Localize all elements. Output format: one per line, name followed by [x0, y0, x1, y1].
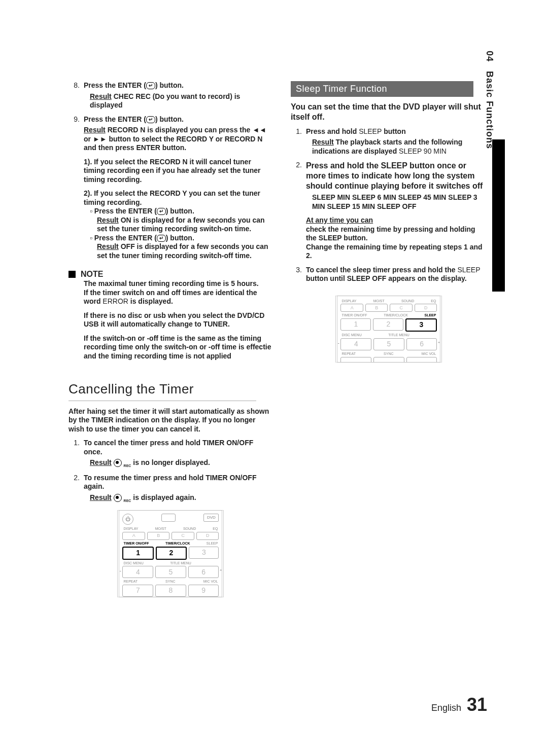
- eject-button: [161, 514, 176, 522]
- remote-btn-2-hl: 2: [156, 547, 187, 560]
- step-9-bullet-a: ▫ Press the ENTER (↵) button.: [90, 207, 273, 216]
- remote-btn-3-hl: 3: [405, 318, 437, 332]
- enter-icon: ↵: [146, 116, 155, 123]
- cancel-intro: After haing set the timer it will start …: [68, 407, 273, 434]
- cancel-step-1: 1. To cancel the timer press and hold TI…: [68, 439, 273, 456]
- step-9-text: Press the ENTER (↵) button.: [84, 115, 184, 124]
- sleep-step-3: 3. To cancel the sleep timer press and h…: [291, 266, 487, 283]
- step-8-num: 8.: [68, 81, 80, 90]
- sleep-section-title: Sleep Timer Function: [291, 81, 473, 97]
- sleep-step-1: 1. Press and hold SLEEP button: [291, 127, 487, 136]
- footer-pagenum: 31: [467, 694, 487, 715]
- side-tab-num: 04: [485, 51, 495, 62]
- footer-lang: English: [431, 703, 461, 713]
- remote-illustration-cancel: ⏻ DVD DISPLAY MO/ST SOUND EQ A B C D: [117, 510, 224, 597]
- note-heading: NOTE: [68, 269, 273, 279]
- cancel-step-2-result: Result REC is displayed again.: [90, 493, 273, 503]
- rec-icon: [114, 459, 122, 467]
- step-9-num: 9.: [68, 115, 80, 124]
- enter-icon: ↵: [157, 208, 166, 215]
- remote-illustration-sleep: DISPLAY MO/ST SOUND EQ A B C D TIMER ON/…: [335, 296, 442, 363]
- cancel-step-2: 2. To resume the timer press and hold TI…: [68, 474, 273, 491]
- enter-icon: ↵: [146, 82, 155, 89]
- page-footer: English 31: [431, 694, 487, 715]
- step-9: 9. Press the ENTER (↵) button.: [68, 115, 273, 124]
- step-9-sub2: 2). If you select the RECORD Y you can s…: [84, 189, 273, 207]
- cancel-step-1-result: Result REC is no longer displayed.: [90, 458, 273, 469]
- right-column: Sleep Timer Function You can set the tim…: [291, 81, 487, 597]
- anytime-a: check the remaining time by pressing and…: [306, 225, 487, 243]
- sleep-intro: You can set the time that the DVD player…: [291, 102, 487, 122]
- side-tab: 04 Basic Functions: [484, 51, 495, 149]
- sleep-step-2: 2. Press and hold the SLEEP button once …: [291, 161, 487, 191]
- side-tab-label: Basic Functions: [485, 71, 495, 149]
- step-8-result: Result CHEC REC (Do you want to record) …: [90, 92, 273, 110]
- step-9-bullet-b: ▫ Press the ENTER (↵) button.: [90, 234, 273, 243]
- anytime-label: At any time you can: [306, 216, 487, 225]
- dvd-button: DVD: [203, 514, 219, 522]
- anytime-b: Change the remaining time by repeating s…: [306, 243, 487, 261]
- step-8-text: Press the ENTER (↵) button.: [84, 81, 184, 90]
- step-9-sub1: 1). If you select the RECORD N it will c…: [84, 158, 273, 185]
- note-square-icon: [68, 271, 76, 278]
- step-8: 8. Press the ENTER (↵) button.: [68, 81, 273, 90]
- cancel-title: Cancelling the Timer: [68, 381, 273, 398]
- note-body: The maximal tuner timing recording time …: [84, 279, 273, 361]
- step-9-result: Result RECORD N is displayed you can pre…: [84, 126, 273, 153]
- hr: [68, 401, 256, 401]
- remote-btn-1-hl: 1: [122, 547, 153, 560]
- sleep-step-2-options: SLEEP MIN SLEEP 6 MIN SLEEP 45 MIN SLEEP…: [312, 193, 487, 211]
- step-9-bullet-b-result: Result OFF is displayed for a few second…: [97, 242, 273, 260]
- thumb-index-strip: [492, 139, 505, 292]
- left-column: 8. Press the ENTER (↵) button. Result CH…: [68, 81, 273, 597]
- power-icon: ⏻: [122, 514, 133, 525]
- step-9-bullet-a-result: Result ON is displayed for a few seconds…: [97, 216, 273, 234]
- rec-icon: [114, 494, 122, 502]
- sleep-step-1-result: Result The playback starts and the follo…: [312, 138, 487, 156]
- enter-icon: ↵: [157, 235, 166, 242]
